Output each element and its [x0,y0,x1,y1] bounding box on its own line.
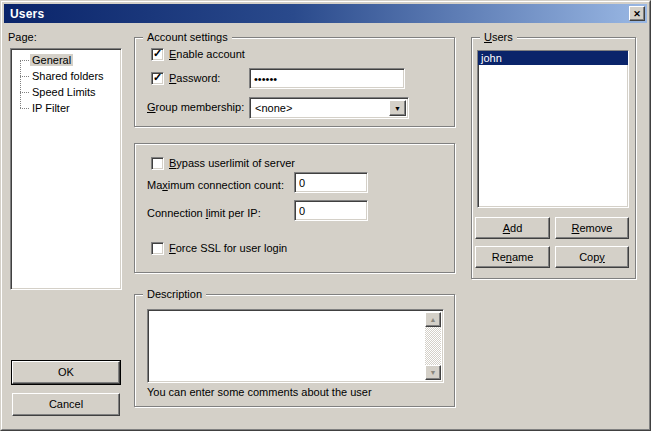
password-input[interactable] [249,68,405,89]
tree-item-label: Shared folders [30,70,106,82]
tree-item-label: Speed Limits [30,86,98,98]
description-textarea[interactable] [150,312,426,380]
page-item-ip-filter[interactable]: IP Filter [11,100,121,116]
user-name: john [481,52,502,64]
remove-button[interactable]: Remove [555,217,629,239]
scroll-down-icon: ▼ [430,369,437,376]
description-group: Description ▲ ▼ You can enter some comme… [134,294,455,407]
check-icon: ✓ [153,71,162,84]
add-button[interactable]: Add [475,217,550,239]
password-checkbox[interactable]: ✓ [151,72,164,85]
bypass-userlimit-label: Bypass userlimit of server [169,157,295,170]
page-item-shared-folders[interactable]: Shared folders [11,68,121,84]
page-item-speed-limits[interactable]: Speed Limits [11,84,121,100]
max-connections-input[interactable] [294,172,368,193]
titlebar[interactable]: Users ✕ [4,4,647,23]
vertical-scrollbar[interactable]: ▲ ▼ [425,312,441,380]
page-label: Page: [8,31,37,44]
users-group: Users john Add Remove Rename Copy [471,37,636,279]
users-legend: Users [480,31,517,44]
copy-button[interactable]: Copy [555,246,629,268]
tree-item-label: General [30,54,73,66]
users-list[interactable]: john [477,50,629,208]
cancel-button[interactable]: Cancel [12,393,120,416]
rename-button[interactable]: Rename [475,246,550,268]
description-hint: You can enter some comments about the us… [147,386,372,398]
scroll-down-button[interactable]: ▼ [425,365,441,380]
enable-account-checkbox[interactable]: ✓ [151,48,164,61]
group-membership-select[interactable]: <none> ▼ [249,97,409,119]
window-title: Users [4,7,44,21]
account-settings-group: Account settings ✓ Enable account ✓ Pass… [134,37,455,127]
force-ssl-checkbox[interactable] [151,242,164,255]
close-button[interactable]: ✕ [629,6,645,21]
ip-limit-label: Connection limit per IP: [147,207,261,220]
scroll-up-button[interactable]: ▲ [425,312,441,327]
enable-account-label: Enable account [169,48,245,61]
selected-option: <none> [255,102,292,114]
force-ssl-label: Force SSL for user login [169,242,287,255]
description-legend: Description [143,288,206,301]
ip-limit-input[interactable] [294,200,368,221]
max-connections-label: Maximum connection count: [147,179,284,192]
user-list-item[interactable]: john [478,51,628,65]
bypass-userlimit-checkbox[interactable] [151,157,164,170]
page-tree[interactable]: General Shared folders Speed Limits IP F… [10,48,122,290]
ok-button[interactable]: OK [12,361,120,384]
connection-limits-group: Bypass userlimit of server Maximum conne… [134,143,455,273]
page-item-general[interactable]: General [11,52,121,68]
chevron-down-icon: ▼ [394,105,401,112]
password-label: Password: [169,72,220,85]
close-icon: ✕ [633,9,641,19]
dropdown-button[interactable]: ▼ [389,100,406,116]
tree-item-label: IP Filter [30,102,72,114]
description-textbox[interactable]: ▲ ▼ [147,309,444,383]
group-membership-label: Group membership: [147,101,244,114]
check-icon: ✓ [153,47,162,60]
scroll-up-icon: ▲ [430,316,437,323]
account-settings-legend: Account settings [143,31,232,44]
